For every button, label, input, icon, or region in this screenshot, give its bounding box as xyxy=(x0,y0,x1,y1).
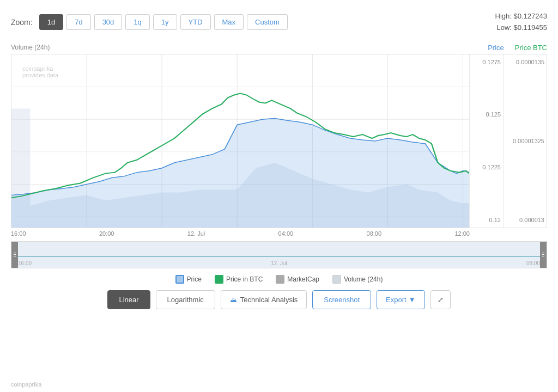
legend-marketcap: MarketCap xyxy=(276,275,319,284)
main-container: Zoom: 1d 7d 30d 1q 1y YTD Max Custom Hig… xyxy=(0,0,558,392)
x-label-5: 12:00 xyxy=(454,230,470,237)
logarithmic-button[interactable]: Logarithmic xyxy=(156,290,215,309)
y-axis-price: 0.1275 0.125 0.1225 0.12 xyxy=(469,54,503,228)
zoom-30d[interactable]: 30d xyxy=(94,14,123,30)
legend-label-volume: Volume (24h) xyxy=(344,275,383,283)
watermark: coinpaprikaprovides data xyxy=(22,65,58,78)
legend-price-btc: Price in BTC xyxy=(215,275,263,284)
high-label: High: xyxy=(495,12,512,20)
footer-brand: coinpaprika xyxy=(11,381,41,388)
x-label-4: 08:00 xyxy=(367,230,382,237)
legend-label-btc: Price in BTC xyxy=(226,275,263,283)
expand-icon: ⤢ xyxy=(438,296,444,304)
legend-volume: Volume (24h) xyxy=(332,275,383,284)
low-value: $0.119455 xyxy=(514,23,547,32)
export-label: Export xyxy=(386,296,407,304)
chart-header: Volume (24h) Price Price BTC xyxy=(11,44,547,52)
zoom-1q[interactable]: 1q xyxy=(125,14,149,30)
low-label: Low: xyxy=(496,23,511,32)
legend-swatch-price xyxy=(175,275,184,284)
price-stats: High: $0.127243 Low: $0.119455 xyxy=(495,11,547,34)
volume-label: Volume (24h) xyxy=(11,44,50,51)
legend-label-marketcap: MarketCap xyxy=(287,275,319,283)
zoom-1y[interactable]: 1y xyxy=(153,14,177,30)
zoom-1d[interactable]: 1d xyxy=(39,14,63,30)
x-label-0: 16:00 xyxy=(11,230,26,237)
screenshot-button[interactable]: Screenshot xyxy=(312,290,371,309)
y-axis-btc: 0.0000135 0.00001325 0.000013 xyxy=(503,54,547,228)
legend-price: Price xyxy=(175,275,202,284)
zoom-row: Zoom: 1d 7d 30d 1q 1y YTD Max Custom Hig… xyxy=(11,11,547,34)
chart-axis-labels: Price Price BTC xyxy=(488,44,547,52)
chart-wrapper: coinpaprikaprovides data xyxy=(11,54,547,228)
price-btc-axis-label[interactable]: Price BTC xyxy=(515,44,547,52)
high-value: $0.127243 xyxy=(514,12,547,20)
technical-analysis-button[interactable]: ⛰ Technical Analysis xyxy=(221,290,307,309)
technical-analysis-label: Technical Analysis xyxy=(240,296,298,304)
zoom-label: Zoom: xyxy=(11,18,33,27)
bottom-controls: Linear Logarithmic ⛰ Technical Analysis … xyxy=(11,290,547,309)
zoom-max[interactable]: Max xyxy=(214,14,244,30)
linear-button[interactable]: Linear xyxy=(107,290,150,309)
export-dropdown-icon: ▼ xyxy=(409,296,416,304)
expand-button[interactable]: ⤢ xyxy=(430,290,451,309)
legend-label-price: Price xyxy=(187,275,202,283)
legend-swatch-volume xyxy=(332,275,341,284)
legend-swatch-marketcap xyxy=(276,275,284,284)
high-stat: High: $0.127243 xyxy=(495,11,547,22)
zoom-7d[interactable]: 7d xyxy=(66,14,90,30)
nav-x-labels: 16:00 12. Jul 08:00 xyxy=(18,260,540,266)
low-stat: Low: $0.119455 xyxy=(495,22,547,34)
legend-swatch-btc xyxy=(215,275,223,284)
nav-blue-line xyxy=(18,256,540,257)
x-label-3: 04:00 xyxy=(278,230,294,237)
chart-legend: Price Price in BTC MarketCap Volume (24h… xyxy=(11,275,547,284)
tech-icon: ⛰ xyxy=(230,296,237,304)
price-axis-label[interactable]: Price xyxy=(488,44,504,52)
navigator-handle-left[interactable] xyxy=(11,242,18,268)
export-button[interactable]: Export ▼ xyxy=(377,290,424,309)
chart-navigator[interactable]: 16:00 12. Jul 08:00 xyxy=(11,241,547,268)
zoom-custom[interactable]: Custom xyxy=(247,14,288,30)
main-chart-svg xyxy=(11,54,469,228)
x-label-1: 20:00 xyxy=(99,230,114,237)
chart-area[interactable]: coinpaprikaprovides data xyxy=(11,54,469,228)
zoom-controls: Zoom: 1d 7d 30d 1q 1y YTD Max Custom xyxy=(11,14,288,30)
x-axis: 16:00 20:00 12. Jul 04:00 08:00 12:00 xyxy=(11,228,470,239)
x-label-2: 12. Jul xyxy=(187,230,205,237)
zoom-ytd[interactable]: YTD xyxy=(180,14,211,30)
navigator-handle-right[interactable] xyxy=(540,242,547,268)
